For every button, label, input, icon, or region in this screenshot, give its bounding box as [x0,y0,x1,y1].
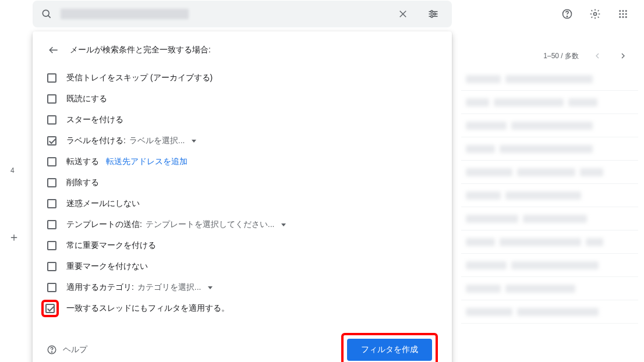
svg-point-18 [625,13,627,15]
filter-option-checkbox[interactable] [47,262,56,271]
svg-point-21 [625,16,627,18]
svg-point-12 [594,13,597,16]
topbar-actions [555,2,635,26]
dropdown-arrow-icon[interactable] [208,286,213,289]
mail-row[interactable] [461,68,638,91]
filter-option-label: 適用するカテゴリ: カテゴリを選択... [66,282,213,293]
filter-option-row: ラベルを付ける: ラベルを選択... [44,130,438,151]
filter-option-label: テンプレートの送信: テンプレートを選択してください... [66,219,286,230]
apps-grid-icon[interactable] [611,2,635,26]
create-label-button[interactable]: ＋ [8,229,20,245]
filter-option-link[interactable]: 転送先アドレスを追加 [106,157,187,166]
mail-row[interactable] [461,114,638,137]
create-filter-button[interactable]: フィルタを作成 [347,339,432,361]
filter-option-checkbox[interactable] [47,94,56,104]
svg-point-5 [431,10,433,12]
filter-option-row: 重要マークを付けない [44,256,438,277]
pagination-text: 1–50 / 多数 [543,51,579,61]
mail-row[interactable] [461,254,638,277]
svg-point-7 [434,13,436,15]
mail-list [461,68,638,324]
filter-option-checkbox[interactable] [47,283,56,292]
help-label: ヘルプ [63,345,87,355]
filter-option-row: 既読にする [44,88,438,109]
search-input-blurred[interactable] [61,9,189,19]
mail-row[interactable] [461,300,638,324]
filter-option-checkbox[interactable] [47,136,56,145]
filter-option-checkbox[interactable] [47,157,56,166]
svg-point-11 [567,16,567,17]
svg-point-9 [431,16,433,17]
filter-options: 受信トレイをスキップ (アーカイブする)既読にするスターを付けるラベルを付ける:… [44,68,438,319]
svg-point-17 [622,13,624,15]
filter-option-label: 既読にする [66,94,107,104]
clear-search-icon[interactable] [391,2,415,26]
filter-option-row: 常に重要マークを付ける [44,235,438,256]
mail-row[interactable] [461,230,638,254]
filter-option-row: 一致するスレッドにもフィルタを適用する。 [44,298,438,319]
mail-row[interactable] [461,207,638,230]
filter-option-sublabel[interactable]: テンプレートを選択してください... [143,219,275,229]
search-options-icon[interactable] [422,2,445,26]
filter-option-checkbox[interactable] [47,199,56,208]
sidebar-badge: 4 [10,166,15,175]
filter-option-label: スターを付ける [66,115,123,125]
filter-option-sublabel[interactable]: ラベルを選択... [127,136,185,145]
svg-point-13 [619,10,621,12]
filter-option-sublabel[interactable]: カテゴリを選択... [135,282,201,292]
prev-page-icon[interactable] [590,49,604,63]
filter-panel: メールが検索条件と完全一致する場合: 受信トレイをスキップ (アーカイブする)既… [33,31,452,362]
filter-option-checkbox[interactable] [45,304,55,313]
svg-point-24 [51,352,52,352]
filter-option-row: 削除する [44,172,438,193]
mail-row[interactable] [461,184,638,207]
search-box[interactable] [33,1,452,27]
svg-point-15 [625,10,627,12]
filter-option-row: 迷惑メールにしない [44,193,438,214]
filter-option-checkbox[interactable] [47,115,56,125]
search-icon [40,7,54,21]
filter-option-label: 受信トレイをスキップ (アーカイブする) [66,73,213,83]
svg-point-0 [43,10,49,16]
filter-option-label: 削除する [66,178,99,188]
filter-option-label: 転送する転送先アドレスを追加 [66,157,187,167]
dropdown-arrow-icon[interactable] [192,140,196,143]
mail-row[interactable] [461,91,638,114]
filter-option-label: ラベルを付ける: ラベルを選択... [66,136,196,146]
mail-pagination: 1–50 / 多数 [543,49,630,63]
svg-line-1 [48,16,51,18]
mail-row[interactable] [461,277,638,300]
filter-option-checkbox[interactable] [47,73,56,83]
help-icon[interactable] [555,2,579,26]
filter-option-row: 受信トレイをスキップ (アーカイブする) [44,68,438,88]
checkbox-highlight [41,300,59,317]
filter-option-row: スターを付ける [44,109,438,130]
mail-row[interactable] [461,161,638,184]
help-link[interactable]: ヘルプ [47,345,87,355]
next-page-icon[interactable] [616,49,630,63]
filter-option-label: 重要マークを付けない [66,261,148,272]
back-arrow-icon[interactable] [47,43,61,57]
filter-option-label: 迷惑メールにしない [66,198,140,209]
filter-option-row: テンプレートの送信: テンプレートを選択してください... [44,214,438,235]
filter-option-row: 適用するカテゴリ: カテゴリを選択... [44,277,438,298]
filter-option-row: 転送する転送先アドレスを追加 [44,151,438,172]
svg-point-14 [622,10,624,12]
settings-icon[interactable] [583,2,607,26]
dropdown-arrow-icon[interactable] [281,223,286,226]
svg-point-19 [619,16,621,18]
filter-option-label: 一致するスレッドにもフィルタを適用する。 [66,303,229,314]
filter-option-checkbox[interactable] [47,178,56,187]
svg-point-20 [622,16,624,18]
filter-option-checkbox[interactable] [47,241,56,250]
mail-row[interactable] [461,137,638,161]
filter-option-label: 常に重要マークを付ける [66,240,156,251]
create-filter-highlight: フィルタを作成 [341,333,438,362]
top-bar [0,0,644,28]
svg-point-16 [619,13,621,15]
filter-title: メールが検索条件と完全一致する場合: [70,45,211,55]
filter-option-checkbox[interactable] [47,220,56,229]
